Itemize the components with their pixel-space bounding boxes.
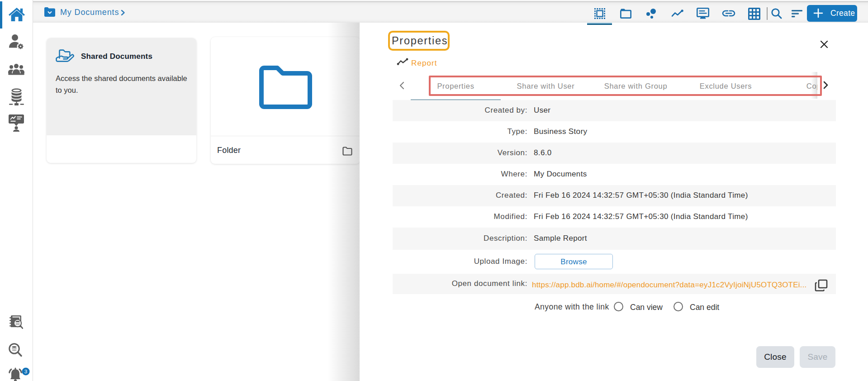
svg-text:3: 3 — [24, 369, 27, 374]
